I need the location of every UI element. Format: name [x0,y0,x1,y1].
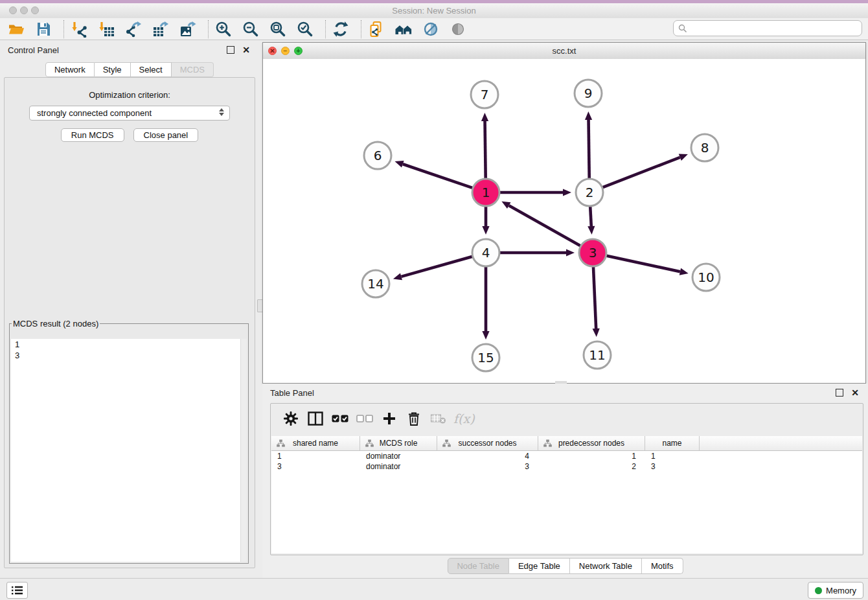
graph-edge-2-3[interactable] [588,207,595,235]
table-browser: f(x) shared nameMCDS rolesuccessor nodes… [270,403,863,555]
mcds-result-list[interactable]: 13 [11,339,247,562]
cell-successor-nodes[interactable]: 3 [437,461,538,472]
split-columns-icon[interactable] [306,409,325,428]
memory-button[interactable]: Memory [808,582,863,599]
graph-edge-1-6[interactable] [394,161,472,188]
result-line: 3 [11,350,247,361]
unchecked-boxes-icon[interactable] [355,409,374,428]
graph-node-3[interactable]: 3 [579,239,606,266]
column-label: shared name [293,439,338,448]
graph-edge-2-8[interactable] [603,154,688,187]
graph-node-11[interactable]: 11 [584,341,611,369]
search-input[interactable] [691,23,862,34]
graph-edge-4-3[interactable] [500,249,575,256]
close-panel-button[interactable]: Close panel [133,128,199,142]
cell-predecessor-nodes[interactable]: 1 [538,451,645,461]
column-header-predecessor-nodes[interactable]: predecessor nodes [538,436,645,450]
zoom-selected-icon[interactable] [297,21,314,38]
cell-mcds-role[interactable]: dominator [360,451,437,461]
optimization-criterion-select[interactable]: strongly connected component [29,106,230,121]
graph-edge-2-9[interactable] [585,111,592,178]
network-canvas[interactable]: 7968124314101511 [263,59,865,383]
circular-arrows-icon[interactable] [332,21,349,38]
image-export-icon[interactable] [179,21,196,38]
checked-boxes-icon[interactable] [330,409,350,428]
toolbar-separator [208,20,209,38]
graph-edge-3-11[interactable] [593,267,600,337]
graph-edge-3-10[interactable] [606,256,688,275]
control-panel-tabs: NetworkStyleSelectMCDS [0,62,259,77]
memory-status-dot-icon [815,587,822,594]
cell-shared-name[interactable]: 3 [271,461,360,472]
network-close-icon[interactable]: ✕ [268,47,277,55]
tab-network[interactable]: Network [45,62,95,77]
save-floppy-icon[interactable] [35,21,52,38]
window-title: Session: New Session [0,3,868,18]
network-minimize-icon[interactable]: − [281,47,290,55]
graph-node-2[interactable]: 2 [576,179,603,206]
double-house-icon[interactable] [395,21,412,38]
float-panel-icon[interactable] [227,46,234,54]
network-maximize-icon[interactable]: + [294,47,303,55]
table-row[interactable]: 3dominator323 [271,461,862,472]
tab-select[interactable]: Select [131,62,172,77]
graph-node-8[interactable]: 8 [691,134,718,161]
zoom-out-icon[interactable] [242,21,259,38]
column-header-mcds-role[interactable]: MCDS role [360,436,437,450]
close-table-panel-icon[interactable]: ✕ [851,389,859,396]
network-export-icon[interactable] [125,21,142,38]
tab-motifs[interactable]: Motifs [642,558,683,574]
graph-svg[interactable]: 7968124314101511 [263,59,865,383]
tab-edge-table[interactable]: Edge Table [509,558,570,574]
shaded-circle-icon[interactable] [450,21,466,38]
graph-node-4[interactable]: 4 [472,239,499,266]
run-mcds-button[interactable]: Run MCDS [61,128,124,142]
graph-edge-4-14[interactable] [393,257,472,280]
column-header-name[interactable]: name [645,436,700,450]
cell-predecessor-nodes[interactable]: 2 [538,461,645,472]
graph-node-14[interactable]: 14 [362,270,389,297]
graph-node-15[interactable]: 15 [472,344,499,371]
tab-style[interactable]: Style [95,62,131,77]
cell-name[interactable]: 3 [645,461,700,472]
network-window-titlebar[interactable]: scc.txt ✕ − + [263,43,865,60]
column-header-successor-nodes[interactable]: successor nodes [437,436,538,450]
cell-shared-name[interactable]: 1 [271,451,360,461]
graph-node-9[interactable]: 9 [575,80,602,107]
cell-successor-nodes[interactable]: 4 [437,451,538,461]
panels-menu-button[interactable] [6,582,28,599]
graph-node-1[interactable]: 1 [472,179,499,206]
function-fx-icon[interactable]: f(x) [453,409,475,428]
table-import-icon[interactable] [98,21,115,38]
float-table-panel-icon[interactable] [836,389,843,397]
trash-icon[interactable] [404,409,424,428]
graph-edge-1-4[interactable] [482,207,489,235]
cell-mcds-role[interactable]: dominator [360,461,437,472]
table-export-icon[interactable] [152,21,169,38]
result-scrollbar[interactable] [240,339,247,562]
graph-node-7[interactable]: 7 [471,81,498,108]
graph-edge-4-15[interactable] [482,267,489,340]
graph-edge-3-1[interactable] [501,202,580,246]
tab-network-table[interactable]: Network Table [570,558,642,574]
close-panel-icon[interactable]: ✕ [242,47,250,53]
graph-edge-1-2[interactable] [500,189,571,196]
slashed-circle-icon[interactable] [422,21,439,38]
graph-node-6[interactable]: 6 [364,142,391,169]
gear-icon[interactable] [281,409,301,428]
graph-edge-1-7[interactable] [481,113,488,178]
plus-icon[interactable] [380,409,399,428]
network-import-icon[interactable] [71,21,87,38]
table-delete-icon[interactable] [429,409,448,428]
tab-node-table[interactable]: Node Table [447,558,509,574]
column-header-shared-name[interactable]: shared name [271,436,360,450]
zoom-in-icon[interactable] [215,21,232,38]
table-row[interactable]: 1dominator411 [271,451,862,461]
folder-open-icon[interactable] [8,21,25,38]
documents-share-icon[interactable] [368,21,385,38]
zoom-fit-icon[interactable] [269,21,286,38]
tab-mcds[interactable]: MCDS [172,62,214,77]
control-panel: Control Panel ✕ NetworkStyleSelectMCDS O… [0,40,259,578]
graph-node-10[interactable]: 10 [692,264,720,291]
cell-name[interactable]: 1 [645,451,700,461]
